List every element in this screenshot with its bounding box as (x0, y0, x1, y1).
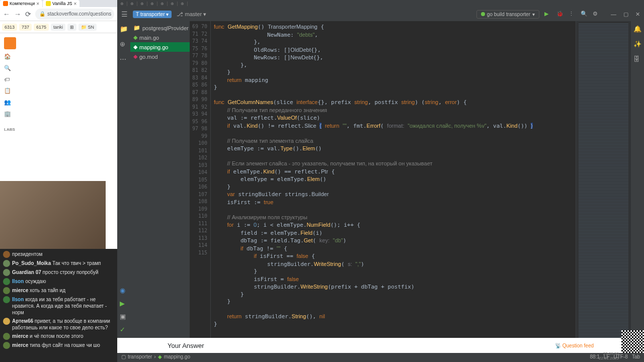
settings-icon[interactable]: ⚙ (593, 11, 600, 18)
chat-message: президентом (1, 250, 116, 259)
database-icon[interactable]: 🗄 (633, 55, 641, 63)
nav-home-icon[interactable]: 🏠 (4, 53, 113, 60)
chat-message: Ilson осуждаю (1, 277, 116, 286)
forward-button[interactable]: → (14, 10, 21, 18)
ide-titlebar: ☰ Ttransporter▾ ⎇master▾ go build transp… (117, 7, 644, 21)
close-button[interactable]: ✕ (635, 11, 640, 18)
minimap[interactable] (576, 21, 631, 351)
chat-message: Ilson когда ии за тебя работает - не нра… (1, 295, 116, 317)
bookmark[interactable]: tanki (51, 24, 65, 31)
nav-users-icon[interactable]: 👥 (4, 99, 113, 106)
address-bar[interactable]: 🔒stackoverflow.com/questions (35, 9, 114, 20)
webcam-overlay (0, 181, 106, 249)
timestamp-overlay: 23:05:50 22.01.2025 (599, 351, 619, 361)
search-icon[interactable]: 🔍 (581, 11, 588, 18)
back-button[interactable]: ← (3, 10, 10, 18)
close-icon[interactable]: × (73, 1, 76, 7)
stackoverflow-logo-icon[interactable] (4, 37, 16, 49)
browser-tab-strip: Компетенци× Vanilla JS× (0, 0, 117, 7)
cursor-position[interactable]: 88:1 (590, 354, 599, 359)
chat-message: Po_Sudo_Moika Так что твич > трамп (1, 259, 116, 268)
chat-message: mierce и чё потом после этого (1, 332, 116, 341)
close-icon[interactable]: × (36, 1, 39, 7)
project-tree[interactable]: 📁postgresqlProvider ◆main.go ◆mapping.go… (130, 21, 190, 351)
tree-file-selected[interactable]: ◆mapping.go (130, 42, 190, 52)
nav-tags-icon[interactable]: 🏷 (4, 76, 113, 82)
problems-icon[interactable]: ✓ (120, 326, 128, 334)
bookmark[interactable]: ⊞ (67, 24, 76, 31)
chat-message: mierce типа фул сайт на гошке чи шо (1, 341, 116, 350)
qr-code (621, 330, 644, 353)
stream-chat: президентом Po_Sudo_Moika Так что твич >… (0, 249, 117, 362)
minimize-button[interactable]: — (611, 11, 616, 18)
bookmark[interactable]: 737 (19, 24, 32, 31)
your-answer-heading: Your Answer (168, 342, 204, 349)
nav-saves-icon[interactable]: 📋 (4, 87, 113, 94)
maximize-button[interactable]: ▢ (623, 11, 628, 18)
browser-toolbar: ← → ⟳ 🔒stackoverflow.com/questions (0, 7, 117, 21)
git-branch-selector[interactable]: ⎇master▾ (177, 11, 206, 18)
answer-section: Your Answer 📡Question feed (117, 338, 644, 353)
chat-message: Артем66 привет, а ты вообще в компании р… (1, 317, 116, 332)
commit-tool-icon[interactable]: ⊕ (120, 40, 128, 48)
browser-tab[interactable]: Vanilla JS× (43, 0, 79, 7)
code-editor[interactable]: 69 70 71 72 73 74 75 76 77 78 79 80 81 8… (190, 21, 631, 351)
bookmark[interactable]: 📁 SN (78, 24, 97, 31)
chat-message: Guardian 07 просто строку попробуй (1, 268, 116, 277)
notifications-icon[interactable]: 🔔 (633, 25, 641, 33)
question-feed-link[interactable]: 📡Question feed (555, 343, 594, 348)
reload-button[interactable]: ⟳ (25, 10, 31, 18)
stackoverflow-sidebar: 🏠 🔍 🏷 📋 👥 🏢 LABS (0, 33, 117, 136)
code-area[interactable]: func GetMapping() TransporterMapping { N… (211, 21, 576, 351)
structure-tool-icon[interactable]: ⋯ (120, 55, 128, 63)
bookmarks-bar: 6313 737 6175 tanki ⊞ 📁 SN (0, 21, 117, 33)
services-icon[interactable]: ◉ (120, 287, 128, 295)
run-button[interactable]: ▶ (544, 11, 551, 18)
chat-message: mierce хоть за тайп ид (1, 286, 116, 295)
terminal-icon[interactable]: ▣ (120, 313, 128, 321)
bookmark[interactable]: 6313 (2, 24, 17, 31)
ide-window: ☰ Ttransporter▾ ⎇master▾ go build transp… (117, 7, 644, 362)
tree-folder[interactable]: 📁postgresqlProvider (130, 23, 190, 33)
project-tool-icon[interactable]: 📁 (120, 25, 128, 33)
menu-icon[interactable]: ☰ (121, 10, 128, 18)
tree-file[interactable]: ◆main.go (130, 33, 190, 42)
nav-search-icon[interactable]: 🔍 (4, 65, 113, 71)
hidden-background-tabs: ⊕⊕⊕⊕⊕⊕⊕ (117, 0, 644, 7)
project-selector[interactable]: Ttransporter▾ (133, 11, 172, 18)
bookmark[interactable]: 6175 (34, 24, 49, 31)
browser-tab[interactable]: Компетенци× (0, 0, 42, 7)
indent-setting[interactable]: Tab (632, 354, 640, 359)
right-tool-stripe: 🔔 ✨ 🗄 (631, 21, 644, 351)
nav-companies-icon[interactable]: 🏢 (4, 111, 113, 117)
tree-file[interactable]: ◆go.mod (130, 52, 190, 61)
run-config-selector[interactable]: go build transporter▾ (476, 10, 539, 19)
run-tool-icon[interactable]: ▶ (120, 300, 128, 308)
labs-heading: LABS (4, 127, 113, 132)
more-icon[interactable]: ⋮ (569, 11, 576, 18)
line-gutter: 69 70 71 72 73 74 75 76 77 78 79 80 81 8… (190, 21, 211, 351)
debug-button[interactable]: 🐞 (556, 11, 564, 18)
breadcrumb[interactable]: ▢transporter›◆mapping.go (121, 354, 190, 359)
ai-assistant-icon[interactable]: ✨ (633, 40, 641, 48)
